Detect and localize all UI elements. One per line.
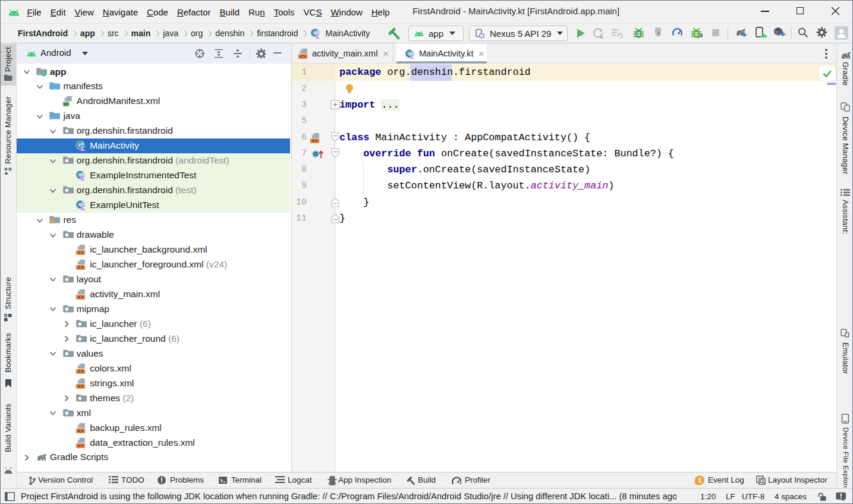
svg-text:<>: <> xyxy=(77,265,84,270)
svg-text:<>: <> xyxy=(300,53,306,59)
svg-text:<>: <> xyxy=(77,368,84,374)
svg-text:A: A xyxy=(600,34,603,39)
svg-text:<>: <> xyxy=(77,428,84,433)
svg-text:<>: <> xyxy=(77,295,84,300)
svg-text:<>: <> xyxy=(311,138,318,143)
svg-text:<>: <> xyxy=(77,383,84,389)
svg-text:<>: <> xyxy=(77,250,84,256)
svg-text:<>: <> xyxy=(77,443,84,448)
svg-text:MF: MF xyxy=(63,102,69,106)
